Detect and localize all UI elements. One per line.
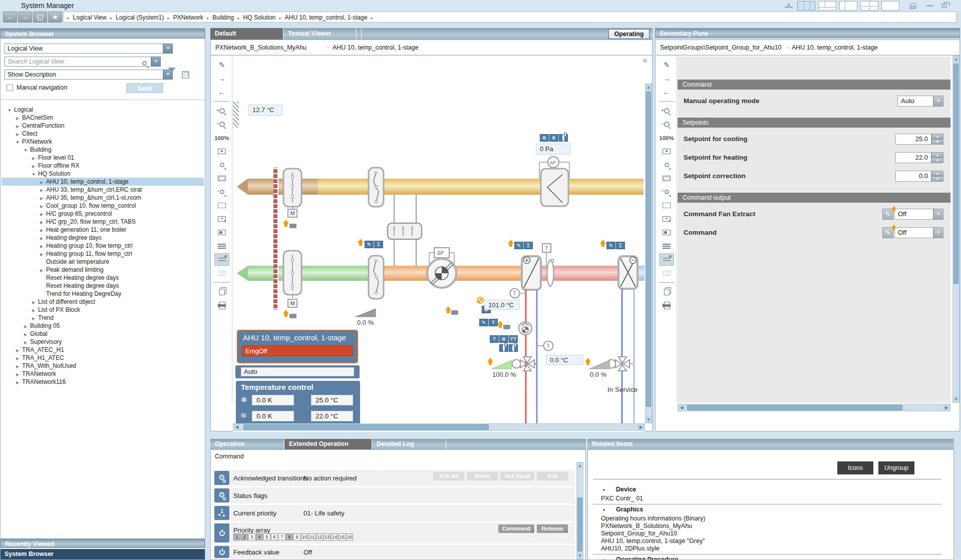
dropdown-arrow-icon[interactable]: ▼ <box>933 96 943 107</box>
breadcrumb-item[interactable]: PXNetwork <box>173 14 203 21</box>
operation-row[interactable]: 1▼▲Current priority01- Life safety <box>213 505 575 521</box>
power-icon[interactable] <box>499 344 508 352</box>
recent-button[interactable]: ◱ <box>33 12 47 23</box>
pressure-value[interactable]: 0 Pa <box>536 144 571 155</box>
tree-item[interactable]: ▶List of PX Block <box>2 306 204 314</box>
related-items-tab[interactable]: Related Items <box>587 439 696 449</box>
copy-icon[interactable] <box>214 286 229 298</box>
group-expander-icon[interactable]: ▼ <box>601 558 607 560</box>
edit-pen-icon[interactable]: ✎ <box>659 59 674 71</box>
tree-item[interactable]: ▼PXNetwork <box>2 138 204 146</box>
reset-button[interactable]: Reset <box>467 472 498 480</box>
minimize-icon[interactable] <box>926 5 933 7</box>
tree-item[interactable]: Outside air temperature <box>2 258 204 266</box>
priority-slot[interactable]: 12 <box>316 533 323 540</box>
related-item[interactable]: AHU 10, temp,control, 1-stage "Grey" <box>601 537 705 544</box>
tree-item[interactable]: ▶TRA_With_NotUsed <box>2 362 204 370</box>
dropdown-arrow-icon[interactable]: ▼ <box>933 227 943 238</box>
gear-icon[interactable]: ⚙ <box>499 335 508 343</box>
group-expander-icon[interactable]: ▼ <box>601 488 607 492</box>
ahu-mode-value[interactable]: Auto <box>241 367 354 376</box>
spinner-buttons[interactable]: ▲▼ <box>931 152 943 163</box>
related-group-header[interactable]: ▼Device <box>601 486 636 493</box>
priority-slot[interactable]: 11 <box>308 533 315 540</box>
arrow-left-icon[interactable]: ← <box>659 86 674 98</box>
spinner-value[interactable]: 0.0 <box>895 171 931 182</box>
edit-pen-icon[interactable]: ✎ <box>606 242 615 249</box>
breadcrumb-item[interactable]: Building <box>212 14 234 21</box>
priority-slot[interactable]: 1 <box>233 533 240 540</box>
ungroup-button[interactable]: Ungroup <box>878 461 914 474</box>
operation-row[interactable]: ⚙⚙Status flags <box>213 487 575 503</box>
tree-item[interactable]: ▶H/C grp_20, flow temp_ctrl, TABS <box>2 218 204 226</box>
zoom-level-label[interactable]: 100% <box>214 132 229 144</box>
tree-item[interactable]: ▼Logical <box>2 106 204 114</box>
layers-icon[interactable] <box>659 240 674 252</box>
tree-item[interactable]: ▶TRA_H1_ATEC <box>2 354 204 362</box>
annotate-icon[interactable] <box>659 253 674 266</box>
edit-pen-icon[interactable]: ✎ <box>882 227 893 238</box>
tab-detailed-log[interactable]: Detailed Log <box>372 439 446 449</box>
layout-single-icon[interactable] <box>881 1 899 11</box>
breadcrumb-item[interactable]: Logical View <box>73 14 107 21</box>
camera-icon[interactable] <box>214 267 229 279</box>
camera-icon[interactable] <box>659 267 674 279</box>
layout-bottom-bar-icon[interactable] <box>818 1 836 11</box>
select-rect-icon[interactable] <box>214 199 229 212</box>
search-dropdown-icon[interactable]: ▼ <box>151 57 161 67</box>
tree-item[interactable]: ▶TRANetwork <box>2 370 204 378</box>
edit-pen-icon[interactable]: ✎ <box>479 319 488 326</box>
tree-item[interactable]: ▶Heat generation 11, one boiler <box>2 226 204 234</box>
related-item[interactable]: PXNetwork_B_Solutions_MyAhu <box>601 522 692 529</box>
tab-operation[interactable]: Operation <box>210 439 284 449</box>
tree-item[interactable]: ▶CentralFunction <box>2 122 204 130</box>
zoom-check-icon[interactable]: ✓ <box>214 186 229 198</box>
magnifier-icon[interactable] <box>659 159 674 171</box>
tree-item[interactable]: ▶BACnetSim <box>2 114 204 122</box>
tree-item[interactable]: ▶AHU 10, temp_control, 1-stage <box>2 178 204 186</box>
filled-rect-icon[interactable] <box>214 226 229 239</box>
ack-button[interactable]: Ack <box>537 472 568 480</box>
view-selector-dropdown-icon[interactable]: ▼ <box>163 44 173 54</box>
related-item[interactable]: AHU10, 2DPlus style <box>601 545 660 552</box>
collapse-top-icon[interactable] <box>783 2 794 10</box>
arrow-right-icon[interactable]: → <box>214 72 229 85</box>
release-button[interactable]: Release <box>537 524 568 533</box>
tree-item[interactable]: ▶H/C group 65, precontrol <box>2 210 204 218</box>
command-value[interactable]: Off <box>894 227 933 238</box>
tree-item[interactable]: ▶Heating group 11, flow temp_ctrl <box>2 250 204 258</box>
breadcrumb-item[interactable]: Logical (System1) <box>116 14 164 21</box>
person-icon[interactable]: Υ <box>490 335 499 343</box>
select-rect-icon[interactable] <box>659 199 674 212</box>
vertical-scrollbar[interactable]: ▲ ▼ <box>576 462 583 559</box>
edit-pen-icon[interactable]: ✎ <box>214 59 229 71</box>
tree-item[interactable]: ▶Building 05 <box>2 322 204 330</box>
occupants-icon[interactable]: ΥΥ <box>509 335 518 343</box>
print-icon[interactable] <box>214 299 229 312</box>
operation-row[interactable]: Priority array12345678910111213141516Com… <box>213 522 575 543</box>
tree-item[interactable]: ▼HQ Solution <box>2 170 204 178</box>
tree-expander-icon[interactable]: ▶ <box>15 379 21 387</box>
operating-button[interactable]: Operating <box>608 29 650 39</box>
lock-icon[interactable] <box>909 3 915 10</box>
recently-viewed-bar[interactable]: Recently Viewed <box>1 538 205 548</box>
favorites-button[interactable]: ★ <box>48 12 62 23</box>
supply-temp-alarm-value[interactable]: 101.0 °C <box>484 300 519 310</box>
priority-slot[interactable]: 15 <box>339 533 346 540</box>
tree-item[interactable]: Reset Heating degree days <box>2 274 204 282</box>
operation-row[interactable]: ⚙⚙Acknowledged transitionsNo action requ… <box>213 470 575 486</box>
sum-icon[interactable]: Σ <box>524 242 533 249</box>
viewport-icon[interactable] <box>214 172 229 185</box>
system-browser-bottom-bar[interactable]: System Browser <box>1 549 205 559</box>
tree-item[interactable]: ▶Trend <box>2 314 204 322</box>
tree-item[interactable]: ▶Heating group 10, flow temp_ctrl <box>2 242 204 250</box>
priority-slot[interactable]: 13 <box>324 533 331 540</box>
forward-button[interactable]: → <box>18 12 32 23</box>
tree-item[interactable]: ▶Floor level 01 <box>2 154 204 162</box>
priority-slot[interactable]: 4 <box>256 533 263 540</box>
search-input[interactable]: Search Logical View <box>5 57 151 67</box>
priority-slot[interactable]: 5 <box>263 533 270 540</box>
breadcrumb-item[interactable]: AHU 10, temp_control, 1-stage <box>285 14 368 21</box>
copy-icon[interactable] <box>659 286 674 298</box>
tree-item[interactable]: ▶List of different object <box>2 298 204 306</box>
